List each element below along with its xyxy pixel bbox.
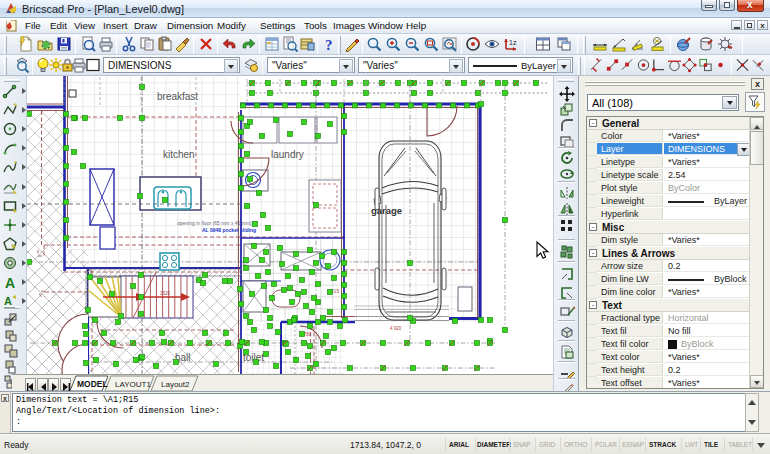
svg-text:4 920: 4 920	[390, 326, 402, 331]
svg-text:1z: 1z	[509, 39, 517, 46]
svg-text:breakfast: breakfast	[157, 91, 198, 102]
svg-text:Layout2: Layout2	[161, 380, 190, 389]
svg-text:garage: garage	[371, 205, 402, 216]
svg-text:AL 0948 pocket sliding: AL 0948 pocket sliding	[202, 227, 256, 233]
svg-text:kitchen: kitchen	[163, 149, 195, 160]
svg-text:1520: 1520	[160, 291, 171, 296]
svg-text:?: ?	[325, 37, 333, 52]
svg-text:MODEL: MODEL	[77, 379, 108, 389]
svg-text:LAYOUT1: LAYOUT1	[115, 380, 151, 389]
svg-text:A: A	[5, 275, 15, 291]
svg-text:laundry: laundry	[271, 149, 304, 160]
svg-text:opening in floor (65 mm x 45 m: opening in floor (65 mm x 45 mm)	[177, 220, 252, 226]
